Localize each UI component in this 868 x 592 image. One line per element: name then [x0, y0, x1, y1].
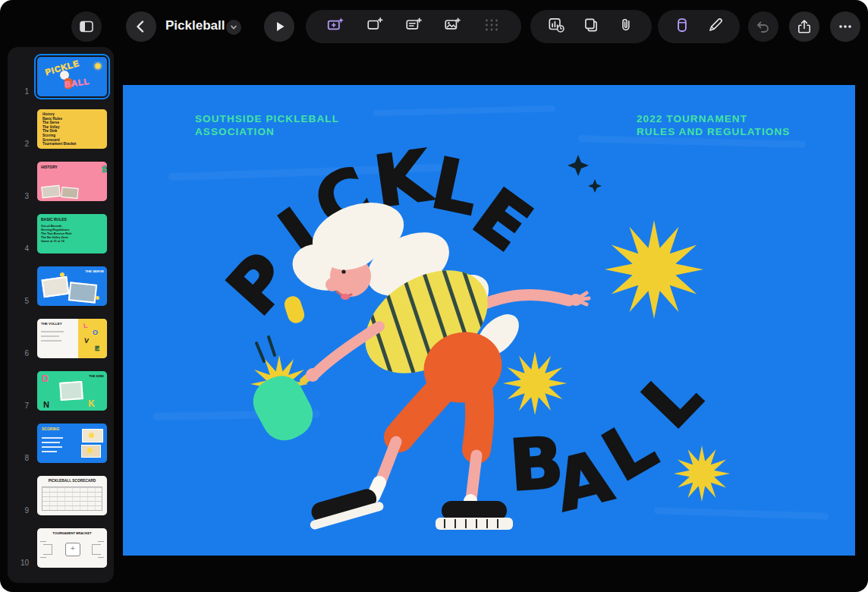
slide-thumbnail-6[interactable]: THE VOLLEY L O V E: [34, 316, 110, 361]
bracket-line: [98, 541, 104, 542]
play-button[interactable]: [264, 11, 294, 42]
insert-media-button[interactable]: [443, 16, 461, 37]
slide-thumbnail-2[interactable]: History Basic Rules The Serve The Volley…: [34, 106, 110, 152]
slide-thumbnail-3[interactable]: HISTORY 1976: [34, 159, 110, 204]
slide-number: 3: [8, 191, 34, 202]
text-line: [41, 331, 64, 332]
ball-dot: [96, 296, 99, 300]
undo-button[interactable]: [748, 11, 778, 42]
thumb-title: THE VOLLEY: [41, 322, 62, 326]
bracket-line: [40, 557, 46, 558]
bracket-line: [40, 541, 46, 542]
love-letter: L: [83, 322, 88, 330]
style-toolbar-group: [658, 10, 740, 43]
tournament-header[interactable]: 2022 TOURNAMENT RULES AND REGULATIONS: [637, 112, 790, 138]
slide-row-8: 8 SCORING: [8, 420, 114, 466]
slide-row-2: 2 History Basic Rules The Serve The Voll…: [8, 105, 114, 152]
slide-thumbnail-9[interactable]: PICKLEBALL SCORECARD: [34, 473, 110, 518]
draw-button[interactable]: [706, 16, 725, 37]
copy-style-button[interactable]: [582, 16, 600, 37]
insert-text-icon: [404, 16, 423, 34]
animate-icon: [366, 16, 384, 34]
insert-toolbar-group: [306, 10, 521, 43]
thumb-panel: [78, 319, 107, 358]
love-letter: O: [93, 329, 98, 336]
thumb-photo: [81, 445, 101, 458]
chart-icon: [547, 16, 565, 34]
share-button[interactable]: [789, 11, 819, 42]
slide-number: 7: [8, 401, 34, 411]
thumb-photo: [61, 187, 78, 199]
thumb-title: HISTORY: [41, 165, 58, 169]
dink-letter: K: [88, 398, 95, 409]
thumb-photo: [41, 185, 60, 198]
grid-button[interactable]: [483, 16, 501, 37]
slide-row-9: 9 PICKLEBALL SCORECARD: [8, 472, 114, 518]
thumb-title: PICKLEBALL SCORECARD: [37, 479, 107, 483]
sidebar-toggle-button[interactable]: [71, 11, 102, 42]
slide-row-4: 4 BASIC RULES Out-of-Bounds Serving Regu…: [8, 210, 114, 257]
thumb-photo: [41, 276, 69, 298]
link-button[interactable]: [617, 16, 635, 37]
scorecard-table: [42, 487, 102, 511]
grid-icon: [483, 16, 501, 34]
paperclip-icon: [617, 16, 635, 34]
thumb-photo: [82, 429, 103, 442]
sidebar-toggle-icon: [78, 18, 95, 35]
slide-canvas[interactable]: SOUTHSIDE PICKLEBALL ASSOCIATION 2022 TO…: [123, 85, 855, 556]
slide-number: 1: [8, 87, 34, 97]
insert-media-icon: [443, 16, 461, 34]
slide-navigator: 1 PICKLE BALL 2 History Basic Rules The …: [8, 47, 114, 583]
copy-style-icon: [582, 16, 600, 34]
text-line: [42, 437, 63, 439]
slide-number: 10: [8, 558, 34, 568]
slide-thumbnail-7[interactable]: THE DINK D N K: [34, 368, 110, 414]
star-icon: [93, 61, 103, 71]
placeholder-plus-icon: +: [65, 543, 80, 556]
title-menu-button[interactable]: [226, 20, 241, 35]
tools-toolbar-group: [530, 10, 652, 43]
slide-number: 4: [8, 244, 34, 254]
ball-dot: [60, 272, 64, 277]
slide-thumbnail-1[interactable]: PICKLE BALL: [34, 54, 110, 99]
slide-number: 8: [8, 453, 34, 464]
slide-thumbnail-10[interactable]: TOURNAMENT BRACKET +: [34, 525, 110, 571]
new-slide-button[interactable]: [326, 16, 344, 37]
app-window: Pickleball: [0, 0, 868, 592]
rules-list: Out-of-Bounds Serving Regulations The Tw…: [41, 224, 72, 243]
chart-button[interactable]: [547, 16, 565, 37]
shape-style-button[interactable]: [673, 16, 691, 37]
more-icon: [837, 18, 854, 35]
back-icon: [133, 18, 149, 35]
back-button[interactable]: [126, 11, 156, 42]
thumb-photo: [59, 381, 83, 401]
animate-button[interactable]: [366, 16, 384, 37]
love-letter: E: [95, 345, 99, 352]
slide-row-3: 3 HISTORY 1976: [8, 158, 114, 204]
more-button[interactable]: [830, 11, 860, 42]
pen-icon: [706, 16, 725, 34]
slide-thumbnail-8[interactable]: SCORING: [34, 420, 110, 466]
thumb-title: TOURNAMENT BRACKET: [37, 531, 107, 535]
text-line: [42, 442, 60, 443]
dink-letter: N: [43, 400, 49, 409]
document-title[interactable]: Pickleball: [165, 18, 225, 33]
slide-row-1: 1 PICKLE BALL: [8, 53, 114, 99]
text-line: [41, 335, 59, 337]
share-icon: [796, 18, 813, 35]
insert-text-button[interactable]: [404, 16, 423, 37]
association-header[interactable]: SOUTHSIDE PICKLEBALL ASSOCIATION: [195, 112, 339, 138]
text-line: [41, 340, 61, 342]
pickle-letter[interactable]: K: [370, 135, 434, 223]
slide-thumbnail-5[interactable]: THE SERVE: [34, 263, 110, 309]
slide-number: 5: [8, 296, 34, 307]
slide-thumbnail-4[interactable]: BASIC RULES Out-of-Bounds Serving Regula…: [34, 211, 110, 257]
thumb-title: THE SERVE: [85, 269, 104, 273]
bracket-line: [98, 557, 104, 558]
slide-number: 6: [8, 348, 34, 359]
slide-row-6: 6 THE VOLLEY L O V E: [8, 315, 114, 361]
text-line: [42, 446, 62, 448]
undo-icon: [755, 18, 772, 35]
slide-artwork-background: [123, 85, 855, 556]
new-slide-icon: [326, 16, 344, 34]
